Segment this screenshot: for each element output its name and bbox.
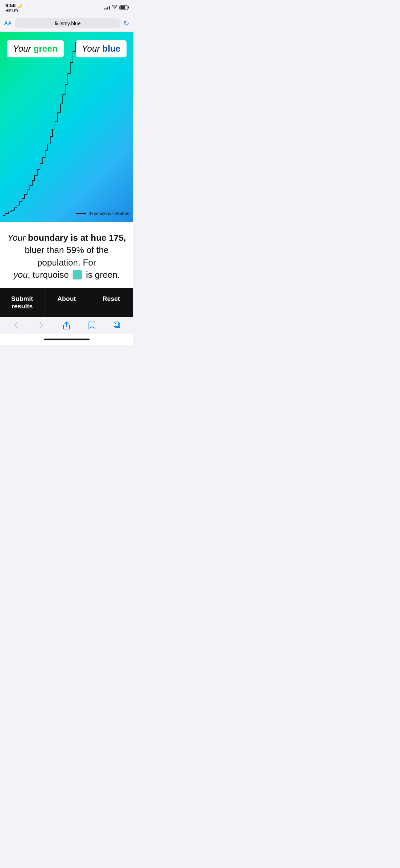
url-bar[interactable]: ismy.blue (15, 18, 120, 28)
results-you-italic: you (14, 270, 28, 280)
home-indicator (0, 334, 133, 345)
staircase-chart (0, 32, 133, 222)
turquoise-swatch (73, 270, 82, 279)
lock-icon (55, 21, 58, 26)
status-time: 9:58 🌙 (5, 2, 22, 8)
carrier-info: ◀ PI.FYI (5, 8, 20, 13)
results-paragraph: Your boundary is at hue 175, bluer than … (7, 232, 127, 281)
results-is-green: is green. (83, 270, 120, 280)
back-arrow: ◀ (5, 8, 8, 13)
status-right (104, 5, 128, 10)
status-bar: 9:58 🌙 ◀ PI.FYI (0, 0, 133, 15)
legend-text: threshold distribution (89, 211, 129, 216)
share-button[interactable] (59, 318, 74, 333)
reset-button[interactable]: Reset (89, 288, 133, 317)
results-boundary-bold: boundary is at hue 175, (25, 233, 126, 243)
wifi-icon (112, 5, 117, 10)
gradient-chart-area: Your green Your blue threshold distribut… (0, 32, 133, 222)
chart-legend: threshold distribution (76, 211, 129, 216)
about-button[interactable]: About (44, 288, 89, 317)
submit-results-button[interactable]: Submit results (0, 288, 44, 317)
action-bar: Submit results About Reset (0, 288, 133, 317)
time-display: 9:58 (5, 2, 16, 8)
battery-fill (120, 6, 125, 9)
status-left: 9:58 🌙 ◀ PI.FYI (5, 2, 22, 13)
forward-button[interactable] (34, 318, 49, 333)
moon-icon: 🌙 (17, 3, 22, 8)
signal-bars-icon (104, 5, 110, 10)
results-area: Your boundary is at hue 175, bluer than … (0, 222, 133, 288)
browser-bottom-nav (0, 317, 133, 334)
aa-button[interactable]: AA (4, 20, 12, 26)
browser-bar: AA ismy.blue ↻ (0, 15, 133, 32)
legend-line-icon (76, 213, 86, 214)
results-bluer: bluer than 59% of the population. For (25, 245, 109, 267)
home-bar (44, 339, 90, 340)
bookmarks-button[interactable] (84, 318, 99, 333)
results-your-italic: Your (7, 233, 26, 243)
refresh-button[interactable]: ↻ (123, 19, 129, 28)
battery-icon (119, 5, 128, 10)
tabs-button[interactable] (110, 318, 125, 333)
back-button[interactable] (8, 318, 23, 333)
svg-rect-0 (55, 23, 58, 25)
url-text: ismy.blue (60, 20, 81, 26)
carrier-text: PI.FYI (9, 8, 20, 13)
results-turquoise-text: , turquoise (28, 270, 72, 280)
